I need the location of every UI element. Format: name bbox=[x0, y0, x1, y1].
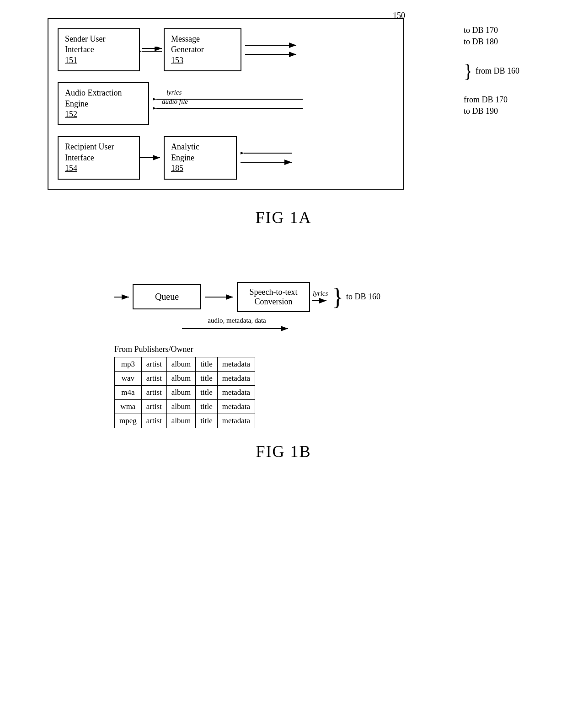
queue-to-speech-arrow bbox=[205, 294, 237, 300]
table-cell: wav bbox=[115, 371, 142, 385]
table-cell: mpeg bbox=[115, 414, 142, 428]
speech-line1: Speech-to-text bbox=[250, 287, 298, 297]
brace-symbol-row2: } bbox=[464, 61, 473, 80]
label-fromDB160: from DB 160 bbox=[476, 66, 519, 76]
fig1b-caption: FIG 1B bbox=[256, 442, 311, 461]
sender-ui-line2: Interface bbox=[65, 45, 94, 54]
brace-toDB160: } to DB 160 bbox=[332, 285, 380, 309]
table-cell: artist bbox=[141, 385, 166, 399]
label-150: 150 bbox=[393, 11, 405, 21]
right-labels-row1: to DB 170 to DB 180 bbox=[464, 26, 519, 47]
bidir-arrow-row1 bbox=[140, 47, 164, 53]
msg-gen-line1: Message bbox=[171, 34, 200, 43]
label-toDB170: to DB 170 bbox=[464, 26, 519, 35]
analytic-engine-box: Analytic Engine 185 bbox=[164, 136, 237, 179]
queue-box: Queue bbox=[133, 284, 201, 309]
arrow-rec-to-analytic bbox=[140, 154, 164, 161]
table-cell: title bbox=[196, 414, 217, 428]
label-toDB160: to DB 160 bbox=[346, 292, 380, 302]
table-cell: metadata bbox=[217, 414, 255, 428]
sender-ui-line1: Sender User bbox=[65, 34, 105, 43]
arrow-toDB190 bbox=[241, 159, 295, 165]
right-labels-row3: from DB 170 to DB 190 bbox=[464, 95, 519, 116]
table-row: mpegartistalbumtitlemetadata bbox=[115, 414, 255, 428]
table-cell: metadata bbox=[217, 371, 255, 385]
recipient-line2: Interface bbox=[65, 153, 94, 162]
msg-gen-line2: Generator bbox=[171, 45, 204, 54]
recipient-ui-box: Recipient User Interface 154 bbox=[58, 136, 140, 179]
arrow-toDB170 bbox=[245, 42, 300, 48]
label-fromDB170: from DB 170 bbox=[464, 95, 519, 105]
audio-line2: Engine bbox=[65, 99, 88, 108]
table-cell: artist bbox=[141, 399, 166, 414]
table-row: mp3artistalbumtitlemetadata bbox=[115, 357, 255, 371]
speech-line2: Conversion bbox=[255, 297, 293, 306]
table-cell: m4a bbox=[115, 385, 142, 399]
recipient-line1: Recipient User bbox=[65, 142, 114, 151]
fig1b-diagram: Queue Speech-to-text Conversion bbox=[105, 282, 462, 428]
right-labels-row2: } from DB 160 bbox=[464, 61, 519, 80]
table-cell: metadata bbox=[217, 399, 255, 414]
table-cell: title bbox=[196, 357, 217, 371]
table-cell: metadata bbox=[217, 357, 255, 371]
sender-ui-num: 151 bbox=[65, 55, 133, 66]
table-cell: title bbox=[196, 399, 217, 414]
table-cell: title bbox=[196, 371, 217, 385]
table-row: wmaartistalbumtitlemetadata bbox=[115, 399, 255, 414]
table-cell: artist bbox=[141, 371, 166, 385]
table-row: wavartistalbumtitlemetadata bbox=[115, 371, 255, 385]
table-cell: album bbox=[166, 357, 196, 371]
table-cell: mp3 bbox=[115, 357, 142, 371]
label-toDB180: to DB 180 bbox=[464, 37, 519, 47]
arrow-toDB180 bbox=[245, 51, 300, 58]
audio-line1: Audio Extraction bbox=[65, 88, 122, 97]
audio-extraction-box: Audio Extraction Engine 152 bbox=[58, 82, 149, 125]
fig1a-caption: FIG 1A bbox=[255, 208, 311, 227]
queue-incoming-arrow bbox=[114, 294, 133, 300]
fig1b-section: Queue Speech-to-text Conversion bbox=[27, 282, 540, 461]
table-cell: album bbox=[166, 371, 196, 385]
brace-symbol-1b: } bbox=[332, 285, 343, 309]
table-cell: album bbox=[166, 414, 196, 428]
label-toDB190: to DB 190 bbox=[464, 106, 519, 116]
recipient-num: 154 bbox=[65, 163, 133, 174]
audio-num: 152 bbox=[65, 109, 142, 120]
fig1a-diagram: 150 Sender User Interface 151 bbox=[48, 18, 404, 190]
table-cell: artist bbox=[141, 414, 166, 428]
queue-label: Queue bbox=[155, 292, 179, 302]
speech-box: Speech-to-text Conversion bbox=[237, 282, 310, 312]
data-table-container: mp3artistalbumtitlemetadatawavartistalbu… bbox=[105, 357, 462, 428]
arrow-fromDB170 bbox=[241, 150, 295, 156]
audio-metadata-label: audio, metadata, data bbox=[208, 317, 266, 324]
lyrics-arrow-1b bbox=[312, 298, 330, 304]
audio-file-label: audio file bbox=[162, 98, 188, 106]
table-cell: wma bbox=[115, 399, 142, 414]
lyrics-label-1b: lyrics bbox=[313, 290, 328, 298]
table-cell: album bbox=[166, 399, 196, 414]
table-row: m4aartistalbumtitlemetadata bbox=[115, 385, 255, 399]
table-cell: metadata bbox=[217, 385, 255, 399]
analytic-num: 185 bbox=[171, 163, 230, 174]
table-cell: artist bbox=[141, 357, 166, 371]
audio-metadata-arrow bbox=[182, 325, 292, 332]
fig1a-section: 150 Sender User Interface 151 bbox=[27, 18, 540, 227]
lyrics-label: lyrics bbox=[166, 89, 182, 96]
analytic-line2: Engine bbox=[171, 153, 194, 162]
msg-gen-num: 153 bbox=[171, 55, 234, 66]
analytic-line1: Analytic bbox=[171, 142, 199, 151]
data-table: mp3artistalbumtitlemetadatawavartistalbu… bbox=[114, 357, 255, 428]
audio-file-arrow bbox=[153, 105, 304, 112]
table-cell: album bbox=[166, 385, 196, 399]
msg-gen-box: Message Generator 153 bbox=[164, 28, 241, 71]
table-cell: title bbox=[196, 385, 217, 399]
publishers-label: From Publishers/Owner bbox=[105, 345, 462, 354]
sender-ui-box: Sender User Interface 151 bbox=[58, 28, 140, 71]
